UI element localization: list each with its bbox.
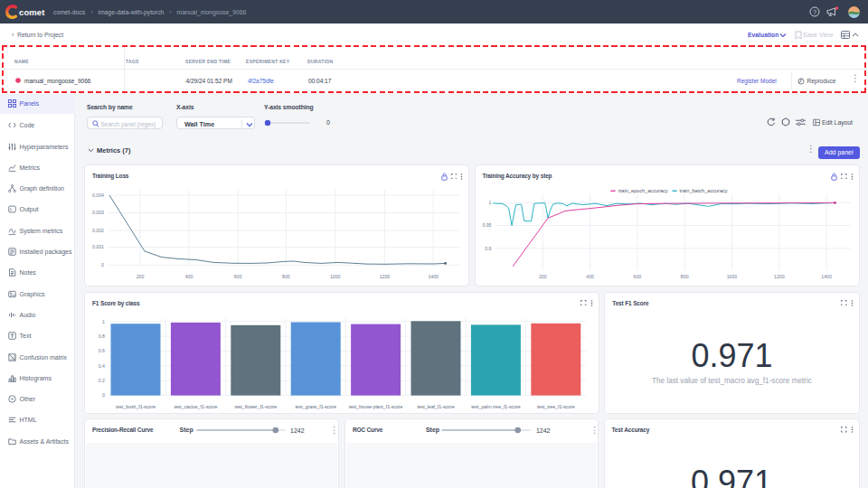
svg-text:0.003: 0.003: [92, 210, 104, 215]
svg-text:800: 800: [680, 274, 688, 279]
svg-text:1000: 1000: [726, 274, 737, 279]
svg-text:200: 200: [538, 274, 546, 279]
svg-text:1200: 1200: [774, 274, 785, 279]
svg-text:0.002: 0.002: [92, 228, 104, 233]
svg-text:800: 800: [282, 274, 290, 279]
svg-text:1: 1: [102, 319, 105, 324]
svg-text:?: ?: [813, 8, 816, 16]
svg-text:0.9: 0.9: [485, 246, 491, 251]
svg-text:0.4: 0.4: [99, 363, 105, 369]
svg-text:1200: 1200: [380, 274, 391, 279]
svg-text:test_tree_f1-score: test_tree_f1-score: [537, 404, 575, 409]
svg-text:test_cactus_f1-score: test_cactus_f1-score: [174, 404, 217, 409]
svg-text:1400: 1400: [821, 274, 832, 279]
svg-text:600: 600: [234, 274, 242, 279]
svg-text:test_bush_f1-score: test_bush_f1-score: [116, 404, 156, 409]
svg-text:test_house plant_f1-score: test_house plant_f1-score: [349, 404, 403, 409]
svg-text:0: 0: [101, 262, 104, 267]
svg-text:train_epoch_accuracy: train_epoch_accuracy: [618, 188, 667, 193]
svg-text:0.2: 0.2: [99, 378, 105, 383]
svg-text:1: 1: [488, 200, 491, 205]
svg-text:0.001: 0.001: [92, 244, 104, 249]
svg-text:0.95: 0.95: [482, 222, 491, 228]
svg-text:test_flower_f1-score: test_flower_f1-score: [234, 404, 277, 409]
svg-text:400: 400: [185, 274, 193, 279]
svg-text:1000: 1000: [330, 274, 341, 279]
svg-text:0: 0: [102, 392, 105, 398]
svg-text:400: 400: [586, 274, 594, 279]
svg-text:1400: 1400: [428, 274, 439, 279]
svg-text:200: 200: [137, 274, 145, 279]
svg-text:test_grass_f1-score: test_grass_f1-score: [295, 404, 336, 409]
svg-text:train_batch_accuracy: train_batch_accuracy: [679, 188, 727, 193]
svg-text:0.004: 0.004: [92, 192, 104, 198]
svg-text:600: 600: [633, 274, 641, 279]
svg-text:0.6: 0.6: [99, 348, 105, 353]
svg-text:test_palm tree_f1-score: test_palm tree_f1-score: [471, 404, 521, 409]
svg-text:test_leaf_f1-score: test_leaf_f1-score: [417, 404, 454, 409]
svg-text:0.8: 0.8: [99, 333, 105, 339]
